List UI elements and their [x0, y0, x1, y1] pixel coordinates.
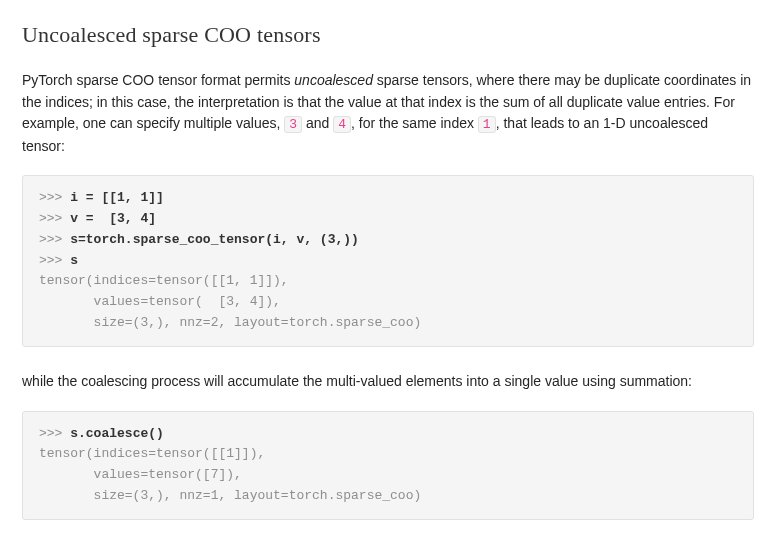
inline-code: 3 [284, 116, 302, 133]
repl-input: s=torch.sparse_coo_tensor(i, v, (3,)) [70, 232, 359, 247]
intro-paragraph: PyTorch sparse COO tensor format permits… [22, 70, 754, 157]
emphasized-text: uncoalesced [294, 72, 373, 88]
repl-output: size=(3,), nnz=1, layout=torch.sparse_co… [39, 488, 421, 503]
repl-output: size=(3,), nnz=2, layout=torch.sparse_co… [39, 315, 421, 330]
text-segment: , for the same index [351, 115, 478, 131]
repl-input: i = [[1, 1]] [70, 190, 164, 205]
repl-input: v = [3, 4] [70, 211, 156, 226]
repl-prompt: >>> [39, 190, 70, 205]
code-pre: >>> i = [[1, 1]] >>> v = [3, 4] >>> s=to… [39, 188, 737, 334]
code-example-2: >>> s.coalesce() tensor(indices=tensor([… [22, 411, 754, 520]
repl-output: tensor(indices=tensor([[1]]), [39, 446, 265, 461]
code-pre: >>> s.coalesce() tensor(indices=tensor([… [39, 424, 737, 507]
repl-output: values=tensor([7]), [39, 467, 242, 482]
inline-code: 4 [333, 116, 351, 133]
repl-prompt: >>> [39, 253, 70, 268]
text-segment: PyTorch sparse COO tensor format permits [22, 72, 294, 88]
continuation-paragraph: while the coalescing process will accumu… [22, 371, 754, 393]
inline-code: 1 [478, 116, 496, 133]
repl-prompt: >>> [39, 426, 70, 441]
repl-prompt: >>> [39, 211, 70, 226]
repl-input: s.coalesce() [70, 426, 164, 441]
section-heading: Uncoalesced sparse COO tensors [22, 18, 754, 52]
repl-output: values=tensor( [3, 4]), [39, 294, 281, 309]
repl-output: tensor(indices=tensor([[1, 1]]), [39, 273, 289, 288]
repl-prompt: >>> [39, 232, 70, 247]
repl-input: s [70, 253, 78, 268]
code-example-1: >>> i = [[1, 1]] >>> v = [3, 4] >>> s=to… [22, 175, 754, 347]
text-segment: and [302, 115, 333, 131]
